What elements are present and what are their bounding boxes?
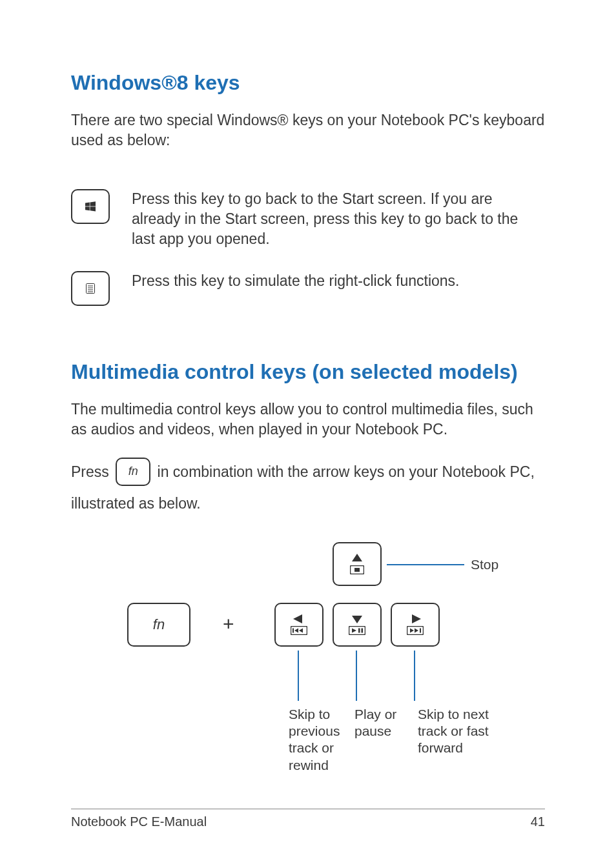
skip-back-icon bbox=[291, 626, 307, 635]
section1-intro: There are two special Windows® keys on y… bbox=[71, 110, 545, 150]
plus-icon: + bbox=[223, 613, 234, 635]
menu-key-icon bbox=[71, 271, 110, 306]
svg-rect-10 bbox=[358, 628, 360, 632]
skip-fwd-icon bbox=[407, 626, 424, 635]
page-footer: Notebook PC E-Manual 41 bbox=[71, 809, 545, 829]
fn-key-big: fn bbox=[127, 603, 190, 647]
stop-label: Stop bbox=[471, 556, 498, 573]
fn-label-big: fn bbox=[153, 616, 165, 633]
stop-icon bbox=[350, 565, 364, 574]
next-label: Skip to next track or fast forward bbox=[418, 706, 489, 757]
next-line bbox=[414, 651, 415, 701]
section2-title: Multimedia control keys (on selected mod… bbox=[71, 360, 545, 384]
fn-key-inline: fn bbox=[116, 458, 150, 486]
section1-title: Windows®8 keys bbox=[71, 71, 545, 95]
svg-rect-13 bbox=[420, 628, 421, 632]
play-pause-key bbox=[333, 603, 382, 647]
menu-key-desc: Press this key to simulate the right-cli… bbox=[132, 271, 459, 291]
play-pause-icon bbox=[349, 626, 365, 635]
key-row-menu: Press this key to simulate the right-cli… bbox=[71, 271, 545, 306]
svg-rect-8 bbox=[293, 628, 294, 632]
section2-intro: The multimedia control keys allow you to… bbox=[71, 399, 545, 439]
play-line bbox=[356, 651, 357, 701]
press-prefix: Press bbox=[71, 463, 113, 480]
stop-key bbox=[333, 542, 382, 586]
prev-label: Skip to previous track or rewind bbox=[289, 706, 353, 774]
multimedia-diagram: fn + Stop bbox=[101, 532, 515, 783]
svg-rect-11 bbox=[362, 628, 364, 632]
next-key bbox=[391, 603, 440, 647]
page: Windows®8 keys There are two special Win… bbox=[0, 0, 616, 868]
footer-left: Notebook PC E-Manual bbox=[71, 814, 207, 829]
prev-line bbox=[298, 651, 299, 701]
key-row-windows: Press this key to go back to the Start s… bbox=[71, 189, 545, 249]
footer-page-number: 41 bbox=[531, 814, 545, 829]
play-label: Play or pause bbox=[354, 706, 406, 740]
section2-press-para: Press fn in combination with the arrow k… bbox=[71, 456, 545, 519]
windows-key-desc: Press this key to go back to the Start s… bbox=[132, 189, 545, 249]
windows-key-icon bbox=[71, 189, 110, 224]
svg-rect-6 bbox=[354, 568, 360, 572]
stop-line bbox=[387, 564, 464, 565]
prev-key bbox=[274, 603, 323, 647]
fn-label-inline: fn bbox=[128, 459, 138, 484]
